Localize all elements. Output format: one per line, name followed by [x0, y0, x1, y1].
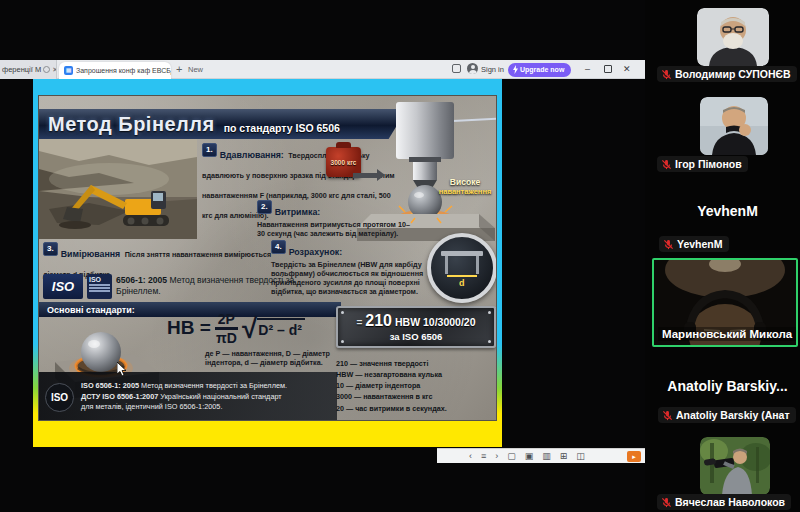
- browser-tab-bar: ференції М ✕ ▦ Запрошення конф каф ЕВСБД…: [0, 60, 645, 79]
- page-view-icon[interactable]: ▢: [507, 450, 516, 463]
- participant-name-badge: YevhenM: [659, 236, 729, 252]
- mouse-cursor: [117, 362, 127, 377]
- iso-standard-row: ISO ISO 6506-1: 2005 Метод визначення тв…: [43, 271, 298, 301]
- participant-name-tile[interactable]: YevhenM: [655, 203, 800, 219]
- excavator-photo: [39, 139, 197, 239]
- new-tab-plus-icon[interactable]: +: [176, 62, 182, 77]
- close-button[interactable]: ✕: [623, 64, 631, 75]
- browser-tab-active[interactable]: ▦ Запрошення конф каф ЕВСБДМЗН: [59, 62, 171, 79]
- muted-mic-icon: [663, 239, 674, 250]
- step-number-badge: 2.: [257, 200, 272, 214]
- tab-close-icon[interactable]: ✕: [52, 66, 57, 74]
- participant-name-badge: Володимир СУПОНЄВ: [657, 66, 797, 82]
- legend-item: 10 — діаметр індентора: [336, 380, 497, 391]
- active-speaker-tile[interactable]: Мариновський Микола: [652, 258, 798, 347]
- iso-logo: ISO: [43, 274, 83, 299]
- two-page-icon[interactable]: ▥: [542, 450, 551, 463]
- browser-tab-inactive[interactable]: ференції М ✕: [0, 60, 57, 79]
- iso-round-logo: ISO: [45, 383, 74, 412]
- iso-footer-text: ISO 6506-1: 2005 Метод визначення твердо…: [81, 381, 287, 413]
- slide-title: Метод Брінелля: [48, 113, 215, 136]
- participant-video-tile[interactable]: [700, 97, 768, 155]
- iso-logo-small: ISO: [87, 274, 112, 299]
- muted-mic-icon: [661, 497, 672, 508]
- present-button[interactable]: ▸: [627, 451, 641, 462]
- step-number-badge: 3.: [43, 242, 58, 256]
- lightning-icon: [513, 65, 518, 74]
- participant-video-tile[interactable]: [697, 8, 769, 66]
- formula-fraction: 2P πD: [215, 312, 238, 345]
- legend-item: 210 — значення твердості: [336, 358, 497, 369]
- next-page-icon[interactable]: ›: [495, 450, 498, 463]
- profile-icon[interactable]: [467, 63, 478, 74]
- formula-lhs: HB =: [167, 317, 211, 339]
- participant-name-badge: Ігор Пімонов: [657, 156, 748, 172]
- restore-button[interactable]: [604, 65, 612, 73]
- load-arrow-icon: [353, 173, 377, 178]
- magnifier-detail: d: [427, 233, 497, 303]
- upgrade-label: Upgrade now: [520, 66, 564, 73]
- minimize-button[interactable]: –: [585, 64, 590, 75]
- muted-mic-icon: [661, 69, 672, 80]
- participant-name-tile[interactable]: Anatoliy Barskiy...: [655, 378, 800, 394]
- step-number-badge: 1.: [202, 143, 217, 157]
- tab-favicon: ▦: [64, 66, 73, 75]
- slide-subtitle: по стандарту ISO 6506: [224, 122, 340, 134]
- shared-slide: Метод Брінелля по стандарту ISO 6506: [33, 79, 502, 447]
- thumbnails-icon[interactable]: ≡: [481, 450, 486, 463]
- formula-radical: √ D² – d²: [242, 316, 305, 341]
- legend-item: 20 — час витримки в секундах.: [336, 403, 497, 414]
- legend-item: 3000 — навантаження в кгс: [336, 391, 497, 402]
- grid-view-icon[interactable]: ⊞: [560, 450, 568, 463]
- tab-label: ференції М: [2, 65, 41, 74]
- new-tab-label[interactable]: New: [188, 65, 203, 74]
- sign-in-button[interactable]: Sign in: [481, 65, 504, 74]
- participant-video-tile[interactable]: [700, 437, 770, 495]
- step-number-badge: 4.: [271, 240, 286, 254]
- legend-item: HBW — незагартована кулька: [336, 369, 497, 380]
- tab-label: Запрошення конф каф ЕВСБДМЗН: [76, 67, 171, 74]
- prev-page-icon[interactable]: ‹: [469, 450, 472, 463]
- iso-standard-text: 6506-1: 2005 Метод визначення твердості …: [116, 275, 296, 296]
- participant-name-badge: Anatoliy Barskiy (Анат: [658, 407, 796, 423]
- hardness-value: 210: [365, 312, 392, 330]
- participant-name-badge: Вячеслав Наволоков: [657, 494, 791, 510]
- designation-legend: 210 — значення твердості HBW — незагарто…: [336, 358, 497, 414]
- participants-panel: Володимир СУПОНЄВ Ігор Пімонов YevhenM: [645, 0, 800, 512]
- tab-actions-icon[interactable]: [452, 64, 461, 73]
- iso-footer: ISO ISO 6506-1: 2005 Метод визначення тв…: [39, 372, 337, 421]
- diameter-label: d: [459, 278, 465, 288]
- high-load-label: Високе навантаження: [433, 178, 497, 196]
- active-speaker-name: Мариновський Микола: [658, 327, 796, 341]
- step-2-dwell: 2.Витримка: Навантаження витримується пр…: [257, 200, 415, 238]
- viewer-toolbar: ‹ ≡ › ▢ ▣ ▥ ⊞ ◫ ▸: [437, 448, 645, 463]
- annotate-icon[interactable]: ▣: [525, 450, 534, 463]
- upgrade-now-button[interactable]: Upgrade now: [508, 63, 571, 77]
- zoom-meeting-window: ференції М ✕ ▦ Запрошення конф каф ЕВСБД…: [0, 0, 800, 512]
- tab-audio-icon: [43, 66, 50, 73]
- infographic-card: Метод Брінелля по стандарту ISO 6506: [38, 95, 497, 421]
- hbw-designation-plate: = 210 HBW 10/3000/20 за ISO 6506: [336, 306, 496, 348]
- muted-mic-icon: [661, 159, 672, 170]
- fullscreen-icon[interactable]: ◫: [576, 450, 585, 463]
- muted-mic-icon: [662, 410, 673, 421]
